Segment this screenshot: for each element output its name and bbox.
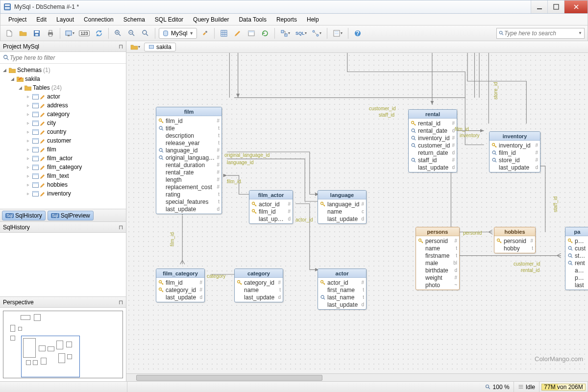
column-male[interactable]: malebl: [416, 259, 459, 267]
grid-button[interactable]: [218, 27, 230, 39]
canvas-tab-sakila[interactable]: sakila: [144, 43, 176, 51]
window-close-button[interactable]: [564, 0, 588, 13]
column-title[interactable]: titlet: [156, 124, 221, 132]
table-film[interactable]: filmfilm_id#titletdescriptiontrelease_ye…: [156, 107, 222, 214]
table-film_category[interactable]: film_categoryfilm_id#category_id#last_up…: [156, 269, 205, 302]
column-cust[interactable]: cust: [565, 245, 588, 252]
tree-twisty[interactable]: ▹: [25, 129, 31, 134]
tree-twisty[interactable]: ▹: [25, 173, 31, 178]
column-staff_id[interactable]: staff_id#: [409, 156, 457, 164]
tree-table-film_actor[interactable]: ▹ film_actor: [1, 154, 125, 163]
sqlhistory-body[interactable]: [0, 233, 126, 296]
tree-twisty[interactable]: ▹: [25, 191, 31, 196]
db-selector[interactable]: MySql ▼: [159, 28, 197, 39]
column-last_update[interactable]: last_updated: [249, 215, 293, 222]
table-language[interactable]: languagelanguage_id#nameclast_updated: [318, 190, 367, 224]
column-first_name[interactable]: first_namet: [318, 286, 366, 294]
table-header[interactable]: rental: [409, 110, 457, 119]
table-header[interactable]: persons: [416, 227, 459, 236]
sqlhistory-tab[interactable]: SqlSqlHistory: [2, 211, 46, 220]
column-rating[interactable]: ratingt: [156, 191, 221, 198]
column-rental_rate[interactable]: rental_rate#: [156, 169, 221, 176]
toolbar-search[interactable]: ▼: [496, 28, 585, 39]
column-last_update[interactable]: last_updated: [156, 205, 221, 213]
column-film_id[interactable]: film_id#: [156, 279, 204, 286]
column-payn[interactable]: payn: [565, 274, 588, 281]
column-return_date[interactable]: return_dated: [409, 149, 457, 156]
table-header[interactable]: film: [156, 107, 221, 116]
column-amou[interactable]: amou: [565, 267, 588, 274]
column-category_id[interactable]: category_id#: [235, 279, 283, 286]
zoom-in-button[interactable]: [112, 27, 124, 39]
tree-table-customer[interactable]: ▹ customer: [1, 136, 125, 145]
open-button[interactable]: [17, 27, 29, 39]
pin-icon[interactable]: ⊓: [119, 224, 123, 231]
column-length[interactable]: length#: [156, 176, 221, 183]
tree-twisty[interactable]: ▹: [25, 182, 31, 187]
sync-button[interactable]: [93, 27, 105, 39]
column-language_id[interactable]: language_id#: [156, 147, 221, 154]
menu-edit[interactable]: Edit: [32, 15, 50, 24]
column-last_update[interactable]: last_updated: [235, 294, 283, 301]
menu-data-tools[interactable]: Data Tools: [235, 15, 270, 24]
zoom-out-button[interactable]: [126, 27, 138, 39]
column-film_id[interactable]: film_id#: [490, 149, 540, 156]
column-staff[interactable]: staff: [565, 252, 588, 259]
column-last[interactable]: last: [565, 281, 588, 289]
column-film_id[interactable]: film_id#: [156, 117, 221, 124]
tree-table-film_category[interactable]: ▹ film_category: [1, 163, 125, 172]
column-payn[interactable]: payn: [565, 237, 588, 245]
table-rental[interactable]: rentalrental_id#rental_datedinventory_id…: [408, 109, 457, 172]
numeric-button[interactable]: 123: [77, 27, 91, 39]
layout-button[interactable]: ▾: [64, 27, 75, 39]
zoom-fit-button[interactable]: [140, 27, 151, 39]
print-button[interactable]: [45, 27, 56, 39]
menu-query-builder[interactable]: Query Builder: [189, 15, 233, 24]
menu-reports[interactable]: Reports: [272, 15, 301, 24]
status-memory[interactable]: 77M von 206M: [539, 382, 588, 392]
tree-table-film_text[interactable]: ▹ film_text: [1, 172, 125, 180]
table-header[interactable]: inventory: [490, 132, 540, 141]
table-header[interactable]: category: [235, 269, 283, 278]
project-tree[interactable]: ◢ Schemas (1) ◢ sakila ◢ Tables (24) ▹ a…: [0, 64, 126, 209]
horizontal-scrollbar[interactable]: [126, 373, 588, 381]
tree-table-hobbies[interactable]: ▹ hobbies: [1, 180, 125, 189]
tree-twisty[interactable]: ◢: [18, 85, 23, 90]
tree-table-inventory[interactable]: ▹ inventory: [1, 189, 125, 198]
column-photo[interactable]: photo~: [416, 281, 459, 289]
menu-help[interactable]: Help: [303, 15, 323, 24]
tree-twisty[interactable]: ▹: [25, 121, 31, 125]
status-zoom[interactable]: 100 %: [481, 382, 514, 392]
tree-table-country[interactable]: ▹ country: [1, 127, 125, 136]
tree-twisty[interactable]: ◢: [10, 76, 15, 81]
schema-name[interactable]: sakila: [25, 75, 40, 82]
table-header[interactable]: actor: [318, 269, 366, 278]
new-project-button[interactable]: [3, 27, 15, 39]
sqlpreview-tab[interactable]: SqlSqlPreview: [48, 211, 94, 220]
perspective-minimap[interactable]: [3, 311, 123, 378]
tree-twisty[interactable]: ▹: [25, 94, 31, 99]
column-special_features[interactable]: special_featurest: [156, 198, 221, 205]
tree-twisty[interactable]: ◢: [2, 68, 7, 73]
window-maximize-button[interactable]: [547, 0, 564, 13]
diagram-button[interactable]: ▾: [310, 27, 323, 39]
tree-twisty[interactable]: ▹: [25, 147, 31, 152]
menu-schema[interactable]: Schema: [120, 15, 149, 24]
column-rental_id[interactable]: rental_id#: [409, 120, 457, 127]
project-filter-input[interactable]: [10, 54, 123, 61]
menu-connection[interactable]: Connection: [80, 15, 118, 24]
column-category_id[interactable]: category_id#: [156, 286, 204, 294]
column-actor_id[interactable]: actor_id#: [249, 200, 293, 208]
table-persons[interactable]: personspersonid#nametfirstnametmaleblbir…: [416, 227, 460, 290]
tree-table-film[interactable]: ▹ film: [1, 145, 125, 154]
column-personid[interactable]: personid#: [494, 237, 535, 245]
menu-project[interactable]: Project: [4, 15, 30, 24]
column-inventory_id[interactable]: inventory_id#: [409, 134, 457, 142]
tree-table-actor[interactable]: ▹ actor: [1, 92, 125, 101]
column-replacement_cost[interactable]: replacement_cost#: [156, 183, 221, 191]
diagram-canvas[interactable]: ColorMango.com filmfilm_id#titletdescrip…: [126, 53, 588, 373]
table-button[interactable]: [245, 27, 257, 39]
column-description[interactable]: descriptiont: [156, 132, 221, 139]
column-last_update[interactable]: last_updated: [409, 164, 457, 171]
column-release_year[interactable]: release_yeart: [156, 139, 221, 147]
